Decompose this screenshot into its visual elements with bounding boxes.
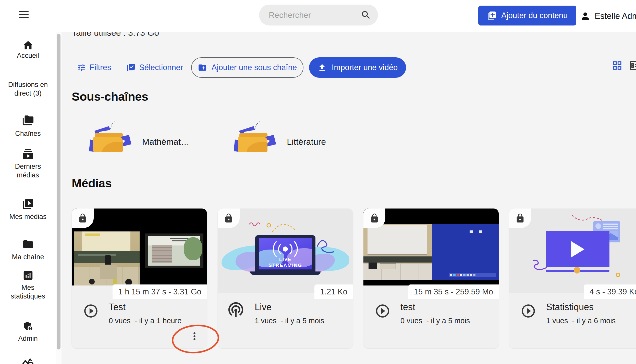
- sidebar-item-label-line2: médias: [0, 171, 56, 179]
- library-add-icon: [487, 11, 497, 20]
- select-label: Sélectionner: [139, 63, 183, 72]
- privacy-lock-badge: [509, 209, 531, 228]
- media-title[interactable]: Live: [255, 302, 272, 313]
- tune-icon: [77, 63, 86, 72]
- scrollbar-thumb[interactable]: [57, 34, 60, 349]
- sidebar-item-stats-bottom[interactable]: [0, 356, 56, 364]
- import-video-button[interactable]: Importer une vidéo: [309, 57, 406, 78]
- vertical-scrollbar[interactable]: [56, 32, 62, 364]
- subchannel-item[interactable]: Littérature: [237, 131, 326, 152]
- subscriptions-icon: [0, 148, 56, 160]
- main-content: Taille utilisée : 3.73 Go Filtres Sélect…: [62, 32, 636, 364]
- lock-icon: [78, 213, 88, 223]
- analytics-icon: [0, 269, 56, 281]
- sidebar-item-label: Mes médias: [0, 212, 56, 221]
- media-meta: 1 vues - il y a 6 mois: [546, 317, 616, 325]
- search-input[interactable]: [269, 5, 356, 25]
- play-circle-icon[interactable]: [83, 303, 99, 319]
- menu-hamburger-icon[interactable]: [19, 11, 29, 21]
- media-cards-row: 1 h 15 m 37 s - 3.31 Go Test 0 vues - il…: [62, 209, 636, 356]
- admin-shield-icon: [0, 320, 56, 332]
- add-subchannel-button[interactable]: Ajouter une sous chaîne: [191, 57, 303, 78]
- duration-size-badge: 1 h 15 m 37 s - 3.31 Go: [113, 284, 207, 299]
- media-card-statistiques[interactable]: 4 s - 39.39 Ko Statistiques 1 vues - il …: [509, 209, 636, 348]
- media-meta: 0 vues - il y a 1 heure: [109, 317, 181, 325]
- actions-row: Filtres Sélectionner Ajouter une sous ch…: [72, 57, 626, 78]
- create-new-folder-icon: [198, 63, 207, 72]
- user-menu[interactable]: Estelle Admin: [580, 0, 636, 32]
- duration-size-badge: 4 s - 39.39 Ko: [584, 284, 636, 299]
- search-icon[interactable]: [361, 10, 371, 20]
- sidebar-item-mes-medias[interactable]: Mes médias: [0, 198, 56, 221]
- subchannel-item[interactable]: Mathémat…: [92, 131, 189, 152]
- sidebar-item-label: Admin: [0, 334, 56, 343]
- folders-icon: [0, 115, 56, 127]
- grid-view-icon[interactable]: [611, 60, 623, 71]
- import-video-label: Importer une vidéo: [332, 63, 398, 72]
- subchannels-section-title: Sous-chaînes: [72, 89, 148, 103]
- media-card-test2[interactable]: 15 m 35 s - 259.59 Mo test 0 vues - il y…: [363, 209, 499, 348]
- sidebar-item-label-line2: direct (3): [0, 89, 56, 98]
- folder-illustration: [92, 131, 126, 152]
- upload-icon: [317, 63, 327, 72]
- storage-used-text: Taille utilisée : 3.73 Go: [72, 32, 159, 38]
- sidebar-item-label-line1: Derniers: [0, 162, 56, 171]
- sidebar-item-ma-chaine[interactable]: Ma chaîne: [0, 238, 56, 261]
- sidebar-item-label: Accueil: [0, 51, 56, 60]
- media-card-live[interactable]: LIVE STREAMING 1.21 Ko Live 1 vues - il …: [218, 209, 353, 348]
- sidebar-item-mes-statistiques[interactable]: Mes statistiques: [0, 269, 56, 301]
- sidebar-item-chaines[interactable]: Chaînes: [0, 115, 56, 138]
- sidebar-item-label: Chaînes: [0, 129, 56, 138]
- select-checkbox-icon: [126, 63, 136, 72]
- sidebar-divider: [0, 306, 56, 306]
- add-subchannel-label: Ajouter une sous chaîne: [212, 63, 297, 72]
- query-stats-icon: [0, 356, 56, 364]
- add-content-button[interactable]: Ajouter du contenu: [478, 6, 576, 25]
- media-title[interactable]: test: [400, 302, 415, 313]
- add-content-label: Ajouter du contenu: [501, 11, 568, 20]
- live-streaming-text-2: STREAMING: [259, 263, 312, 268]
- user-name: Estelle Admin: [595, 11, 636, 21]
- more-options-icon[interactable]: [189, 330, 200, 342]
- list-view-icon[interactable]: [629, 59, 636, 72]
- duration-size-badge: 15 m 35 s - 259.59 Mo: [408, 284, 499, 299]
- medias-section-title: Médias: [72, 176, 112, 190]
- view-switcher: [611, 59, 636, 72]
- privacy-lock-badge: [363, 209, 385, 228]
- filters-label: Filtres: [90, 63, 111, 72]
- folder-illustration: [237, 131, 271, 152]
- play-circle-icon[interactable]: [520, 303, 536, 319]
- privacy-lock-badge: [218, 209, 240, 228]
- lock-icon: [369, 213, 380, 223]
- play-circle-icon[interactable]: [375, 303, 390, 319]
- privacy-lock-badge: [72, 209, 94, 228]
- media-title[interactable]: Test: [109, 302, 126, 313]
- home-icon: [0, 40, 56, 51]
- subchannel-name: Littérature: [287, 137, 326, 147]
- person-icon: [580, 11, 591, 21]
- sidebar-item-derniers-medias[interactable]: Derniers médias: [0, 148, 56, 179]
- sidebar: Accueil Diffusions en direct (3) Chaînes…: [0, 32, 56, 364]
- sidebar-item-accueil[interactable]: Accueil: [0, 40, 56, 60]
- lock-icon: [224, 213, 234, 223]
- size-badge: 1.21 Ko: [314, 284, 353, 299]
- sidebar-item-label-line1: Mes: [0, 283, 56, 292]
- sidebar-divider: [0, 187, 56, 187]
- sidebar-item-label-line1: Diffusions en: [0, 80, 56, 89]
- filters-button[interactable]: Filtres: [77, 57, 111, 78]
- sidebar-item-diffusions[interactable]: Diffusions en direct (3): [0, 75, 56, 98]
- select-button[interactable]: Sélectionner: [126, 57, 183, 78]
- sidebar-item-admin[interactable]: Admin: [0, 320, 56, 343]
- folder-icon: [0, 238, 56, 250]
- sidebar-item-label-line2: statistiques: [0, 292, 56, 301]
- topbar: Ajouter du contenu Estelle Admin: [0, 0, 636, 32]
- podcast-live-icon[interactable]: [227, 301, 245, 319]
- subchannels-row: Mathémat… Littérature: [62, 131, 636, 175]
- media-meta: 0 vues - il y a 5 mois: [400, 317, 470, 325]
- media-card-test[interactable]: 1 h 15 m 37 s - 3.31 Go Test 0 vues - il…: [72, 209, 207, 348]
- video-library-icon: [0, 198, 56, 210]
- subchannel-name: Mathémat…: [142, 137, 189, 147]
- media-title[interactable]: Statistiques: [546, 302, 594, 313]
- sidebar-item-label: Ma chaîne: [0, 253, 56, 261]
- search-bar[interactable]: [259, 5, 378, 25]
